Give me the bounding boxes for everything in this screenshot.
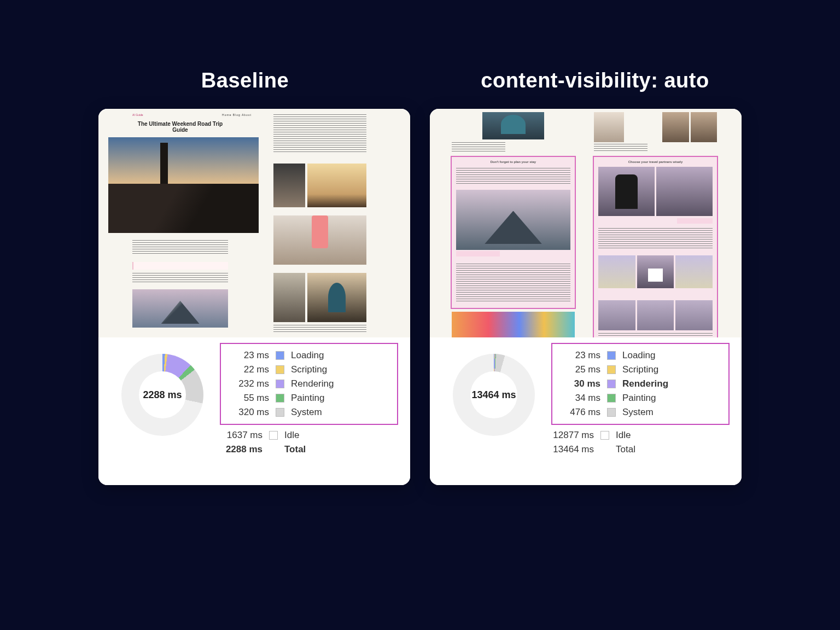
pull-quote xyxy=(132,262,228,270)
paragraph xyxy=(132,240,228,255)
swatch-rendering-icon xyxy=(607,380,616,388)
thumb-image xyxy=(273,164,305,207)
swatch-rendering-icon xyxy=(276,380,284,388)
colorful-street-image xyxy=(452,312,575,337)
section-heading: Don't forget to plan your stay xyxy=(452,160,575,164)
val-system: 320 ms xyxy=(226,407,269,418)
val-painting: 34 ms xyxy=(558,393,600,404)
article-title: The Ultimate Weekend Road Trip Guide xyxy=(132,121,228,133)
title-cv: content-visibility: auto xyxy=(420,69,770,92)
swatch-painting-icon xyxy=(276,394,284,402)
caption-highlight xyxy=(456,251,500,256)
section-heading: Choose your travel partners wisely xyxy=(594,160,717,164)
cv-card: Don't forget to plan your stay Choose yo… xyxy=(430,109,742,485)
thumb-image xyxy=(637,300,674,330)
val-rendering: 30 ms xyxy=(558,378,600,389)
cv-metrics: 13464 ms 23 msLoading 25 msScripting 30 … xyxy=(430,337,742,485)
portrait-image xyxy=(594,112,624,142)
thumb-image xyxy=(598,300,635,330)
val-total: 13464 ms xyxy=(551,444,594,455)
thumb-image xyxy=(307,273,366,322)
thumb-image xyxy=(273,273,305,322)
label-scripting: Scripting xyxy=(622,364,658,375)
cv-donut-chart: 13464 ms xyxy=(453,354,535,436)
val-scripting: 25 ms xyxy=(558,364,600,375)
baseline-donut-chart: 2288 ms xyxy=(121,354,203,436)
paragraph xyxy=(132,273,228,284)
label-painting: Painting xyxy=(291,393,324,404)
label-total: Total xyxy=(616,444,635,455)
label-loading: Loading xyxy=(291,350,324,361)
baseline-legend-box: 23 msLoading 22 msScripting 232 msRender… xyxy=(220,343,398,425)
swatch-scripting-icon xyxy=(276,365,284,374)
val-total: 2288 ms xyxy=(220,444,262,455)
swatch-painting-icon xyxy=(607,394,616,402)
cv-preview: Don't forget to plan your stay Choose yo… xyxy=(430,109,742,337)
thumb-image xyxy=(598,255,635,288)
highlighted-section: Choose your travel partners wisely xyxy=(593,156,718,337)
brand-text: AI Guide xyxy=(132,113,143,116)
thumb-image xyxy=(307,164,366,207)
label-system: System xyxy=(291,407,322,418)
label-rendering: Rendering xyxy=(291,378,334,389)
hero-image xyxy=(108,137,259,233)
swatch-idle-icon xyxy=(600,431,609,440)
val-rendering: 232 ms xyxy=(226,378,269,389)
cv-total: 13464 ms xyxy=(470,371,517,418)
val-scripting: 22 ms xyxy=(226,364,269,375)
swatch-loading-icon xyxy=(607,351,616,360)
mountain-image xyxy=(456,190,570,250)
swatch-system-icon xyxy=(607,408,616,417)
val-idle: 12877 ms xyxy=(551,430,594,441)
val-loading: 23 ms xyxy=(558,350,600,361)
swatch-loading-icon xyxy=(276,351,284,360)
label-idle: Idle xyxy=(616,430,631,441)
highlighted-section: Don't forget to plan your stay xyxy=(451,156,576,309)
image-grid xyxy=(273,164,366,328)
paragraph xyxy=(273,325,366,334)
title-baseline: Baseline xyxy=(70,69,420,92)
swatch-scripting-icon xyxy=(607,365,616,374)
nav-links: Home Blog About xyxy=(222,113,252,116)
label-painting: Painting xyxy=(622,393,656,404)
label-idle: Idle xyxy=(284,430,299,441)
paragraph xyxy=(273,114,366,153)
swatch-system-icon xyxy=(276,408,284,417)
val-system: 476 ms xyxy=(558,407,600,418)
val-loading: 23 ms xyxy=(226,350,269,361)
swatch-idle-icon xyxy=(269,431,278,440)
label-scripting: Scripting xyxy=(291,364,327,375)
thumb-image xyxy=(637,255,674,288)
baseline-metrics: 2288 ms 23 msLoading 22 msScripting 232 … xyxy=(98,337,410,485)
thumb-image xyxy=(598,167,655,216)
thumb-grid xyxy=(662,112,717,142)
label-system: System xyxy=(622,407,654,418)
thumb-image xyxy=(675,300,713,330)
caption-highlight xyxy=(677,218,713,224)
label-rendering: Rendering xyxy=(622,378,668,389)
val-painting: 55 ms xyxy=(226,393,269,404)
beach-image xyxy=(273,215,366,265)
baseline-preview: AI Guide Home Blog About The Ultimate We… xyxy=(98,109,410,337)
thumb-image xyxy=(675,255,713,288)
thumb-image xyxy=(656,167,713,216)
mountain-image xyxy=(132,289,228,328)
thumb-image xyxy=(482,112,544,139)
baseline-card: AI Guide Home Blog About The Ultimate We… xyxy=(98,109,410,485)
baseline-total: 2288 ms xyxy=(139,371,186,418)
cv-legend-box: 23 msLoading 25 msScripting 30 msRenderi… xyxy=(551,343,730,425)
val-idle: 1637 ms xyxy=(220,430,262,441)
label-loading: Loading xyxy=(622,350,656,361)
comparison-stage: Baseline content-visibility: auto AI Gui… xyxy=(70,52,770,578)
label-total: Total xyxy=(284,444,306,455)
